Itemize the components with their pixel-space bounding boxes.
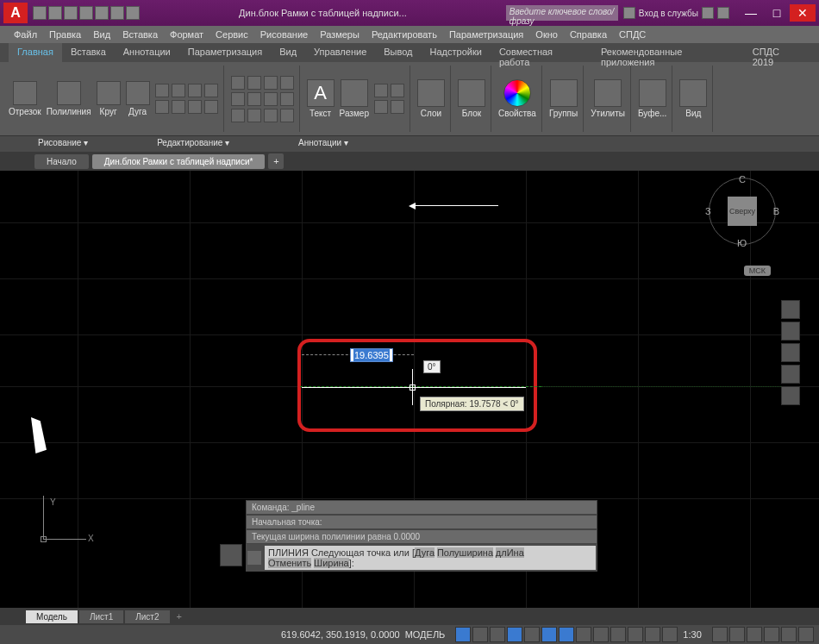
hatch-icon[interactable] — [188, 84, 202, 97]
panel-label-anno[interactable]: Аннотации ▾ — [264, 136, 383, 152]
tool-clipboard[interactable]: Буфе... — [638, 79, 666, 118]
qat-plot-icon[interactable] — [95, 6, 109, 20]
menu-spds[interactable]: СПДС — [614, 28, 651, 41]
qat-redo-icon[interactable] — [126, 6, 140, 20]
coordinates-display[interactable]: 619.6042, 350.1919, 0.0000 — [281, 629, 400, 640]
menu-parametric[interactable]: Параметризация — [444, 28, 528, 41]
qat-save-icon[interactable] — [64, 6, 78, 20]
qat-new-icon[interactable] — [33, 6, 47, 20]
rect-icon[interactable] — [155, 84, 169, 97]
ellipse-icon[interactable] — [172, 84, 185, 97]
menu-tools[interactable]: Сервис — [210, 28, 253, 41]
sb-gizmo-icon[interactable] — [628, 627, 643, 642]
menu-view[interactable]: Вид — [88, 28, 116, 41]
sb-clean-icon[interactable] — [781, 627, 797, 642]
nav-pan-icon[interactable] — [781, 322, 800, 341]
sb-lineweight-icon[interactable] — [576, 627, 591, 642]
layouttab-add[interactable]: + — [172, 610, 187, 623]
command-text[interactable]: ПЛИНИЯ Следующая точка или [Дуга Полушир… — [265, 546, 596, 570]
search-input[interactable]: Введите ключевое слово/фразу — [506, 5, 618, 21]
compass-east[interactable]: В — [773, 206, 779, 216]
panel-label-draw[interactable]: Рисование ▾ — [3, 136, 122, 152]
cmd-option-undo[interactable]: Отменить — [268, 558, 311, 568]
close-button[interactable]: ✕ — [790, 4, 816, 22]
tool-circle[interactable]: Круг — [97, 81, 121, 116]
chamfer-icon[interactable] — [280, 92, 294, 106]
tool-groups[interactable]: Группы — [549, 79, 578, 118]
command-input[interactable]: ПЛИНИЯ Следующая точка или [Дуга Полушир… — [246, 544, 597, 572]
compass-south[interactable]: Ю — [737, 238, 747, 248]
model-space-label[interactable]: МОДЕЛЬ — [405, 629, 446, 640]
move-icon[interactable] — [231, 76, 245, 90]
command-handle-icon[interactable] — [220, 544, 242, 566]
tool-block[interactable]: Блок — [458, 79, 485, 118]
qat-saveas-icon[interactable] — [79, 6, 93, 20]
drawing-canvas[interactable]: 19.6395 0° Полярная: 19.7578 < 0° Сверху… — [0, 171, 819, 608]
account-icon[interactable] — [623, 7, 635, 19]
ribbontab-annotate[interactable]: Аннотации — [115, 43, 179, 62]
nav-showmotion-icon[interactable] — [781, 386, 800, 405]
copy-icon[interactable] — [231, 92, 245, 106]
ribbontab-insert[interactable]: Вставка — [62, 43, 115, 62]
sb-polar-icon[interactable] — [507, 627, 522, 642]
doctab-start[interactable]: Начало — [34, 154, 89, 169]
menu-dimension[interactable]: Размеры — [315, 28, 365, 41]
dynamic-input-length[interactable]: 19.6395 — [350, 348, 393, 362]
tool-layers[interactable]: Слои — [417, 79, 445, 118]
tool-polyline[interactable]: Полилиния — [47, 81, 91, 116]
layouttab-sheet1[interactable]: Лист1 — [79, 610, 123, 623]
doctab-new[interactable]: + — [268, 153, 284, 169]
dynamic-input-angle[interactable]: 0° — [423, 360, 441, 373]
tool-properties[interactable]: Свойства — [498, 79, 536, 118]
nav-zoom-icon[interactable] — [781, 343, 800, 362]
layouttab-sheet2[interactable]: Лист2 — [125, 610, 169, 623]
minimize-button[interactable]: — — [738, 4, 764, 22]
sb-workspace-icon[interactable] — [712, 627, 728, 642]
tool-dimension[interactable]: Размер — [340, 79, 369, 118]
sb-ortho-icon[interactable] — [490, 627, 505, 642]
erase-icon[interactable] — [280, 109, 294, 122]
table-icon[interactable] — [391, 84, 404, 97]
mirror-icon[interactable] — [247, 92, 261, 106]
scale-icon[interactable] — [247, 109, 261, 122]
menu-window[interactable]: Окно — [530, 28, 563, 41]
ribbontab-manage[interactable]: Управление — [305, 43, 375, 62]
rotate-icon[interactable] — [247, 76, 261, 90]
region-icon[interactable] — [172, 100, 185, 114]
sb-dyninput-icon[interactable] — [559, 627, 574, 642]
menu-help[interactable]: Справка — [565, 28, 612, 41]
tool-line[interactable]: Отрезок — [9, 81, 41, 116]
sb-transparency-icon[interactable] — [593, 627, 609, 642]
cmd-option-width[interactable]: Ширина — [314, 558, 349, 568]
fillet-icon[interactable] — [264, 92, 278, 106]
annotation-scale[interactable]: 1:30 — [683, 629, 701, 640]
sb-hardware-icon[interactable] — [747, 627, 762, 642]
menu-insert[interactable]: Вставка — [117, 28, 163, 41]
stretch-icon[interactable] — [231, 109, 245, 122]
leader-icon[interactable] — [374, 84, 388, 97]
compass-north[interactable]: С — [739, 174, 746, 184]
qat-undo-icon[interactable] — [110, 6, 124, 20]
viewcube[interactable]: Сверху С Ю В З — [709, 178, 776, 245]
ribbontab-output[interactable]: Вывод — [375, 43, 421, 62]
layouttab-model[interactable]: Модель — [26, 610, 78, 623]
sb-lock-icon[interactable] — [729, 627, 745, 642]
app-logo[interactable]: A — [3, 3, 28, 23]
cmd-option-halfwidth[interactable]: Полуширина — [437, 547, 493, 558]
sb-selection-icon[interactable] — [610, 627, 626, 642]
signin-label[interactable]: Вход в службы — [639, 9, 698, 18]
sb-custom-icon[interactable] — [798, 627, 814, 642]
tool-text[interactable]: AТекст — [307, 79, 334, 118]
sb-annoscale-icon[interactable] — [662, 627, 678, 642]
nav-wheel-icon[interactable] — [781, 300, 800, 319]
ucs-icon[interactable]: Y X — [26, 496, 86, 556]
extend-icon[interactable] — [280, 76, 294, 90]
revcloud-icon[interactable] — [204, 100, 218, 114]
spline-icon[interactable] — [204, 84, 218, 97]
ucs-label[interactable]: МСК — [744, 266, 771, 276]
field-icon[interactable] — [391, 100, 404, 114]
sb-otrack-icon[interactable] — [541, 627, 557, 642]
sb-osnap-icon[interactable] — [524, 627, 540, 642]
tool-utils[interactable]: Утилиты — [591, 79, 625, 118]
doctab-active[interactable]: Дин.блок Рамки с таблицей надписи* — [92, 154, 266, 169]
